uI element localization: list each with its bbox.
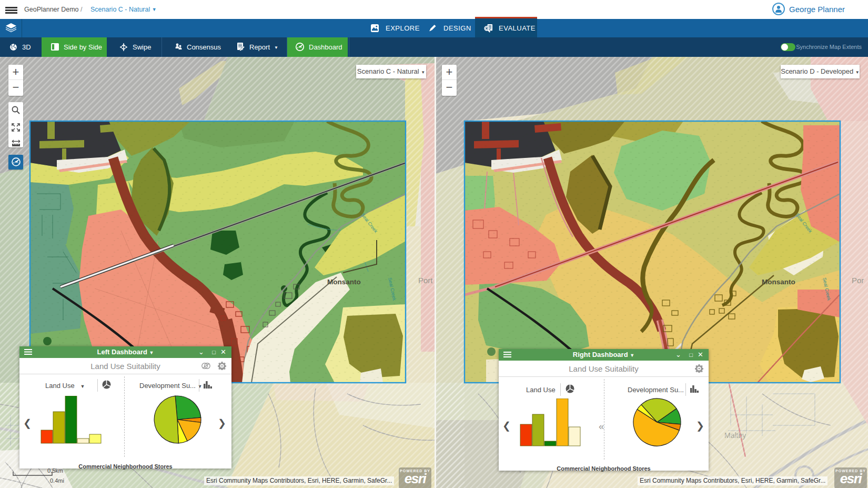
svg-text:Por: Por	[852, 276, 864, 285]
svg-text:Port: Port	[418, 276, 433, 285]
